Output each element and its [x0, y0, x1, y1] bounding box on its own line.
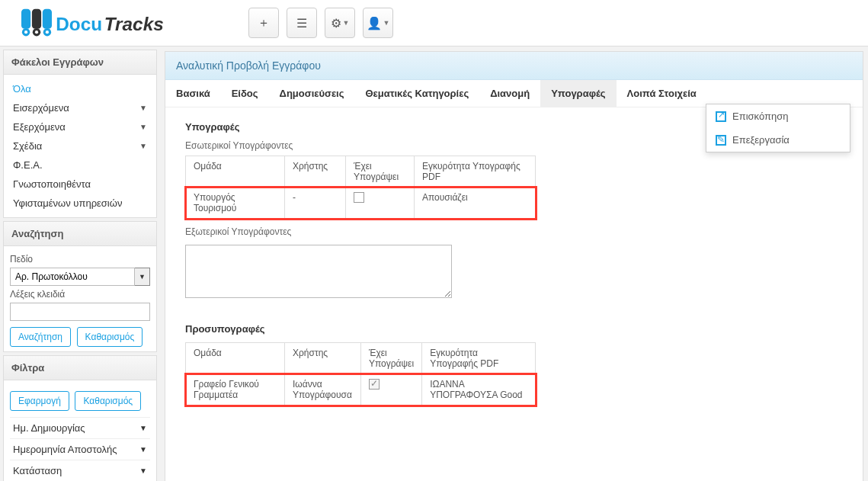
chevron-down-icon: ▼ — [139, 123, 147, 131]
preview-icon — [716, 111, 726, 122]
presignatures-heading: Προσυπογραφές — [185, 323, 843, 335]
edit-label: Επεξεργασία — [732, 134, 790, 146]
tab-content: Υπογραφές Εσωτερικοί Υπογράφοντες Ομάδα … — [165, 107, 863, 419]
preview-action[interactable]: Επισκόπηση — [706, 104, 850, 128]
svg-rect-1 — [32, 9, 41, 29]
chevron-down-icon: ▼ — [343, 19, 350, 27]
col-group: Ομάδα — [186, 156, 285, 188]
cell-validity: Απουσιάζει — [415, 188, 536, 219]
cell-user: - — [285, 188, 346, 219]
sidebar-item-inbox[interactable]: Εισερχόμενα▼ — [10, 98, 150, 117]
keywords-input[interactable] — [10, 303, 150, 321]
cell-user: Ιωάννα Υπογράφουσα — [285, 374, 361, 406]
main-toolbar: ＋ ☰ ⚙▼ 👤▼ — [248, 8, 393, 38]
svg-text:Tracks: Tracks — [104, 14, 164, 34]
gear-icon: ⚙ — [331, 16, 341, 30]
chevron-down-icon: ▼ — [139, 273, 146, 281]
edit-action[interactable]: Επεξεργασία — [706, 128, 850, 152]
keywords-label: Λέξεις κλειδιά — [10, 289, 150, 300]
user-button[interactable]: 👤▼ — [363, 8, 393, 38]
clear-filters-button[interactable]: Καθαρισμός — [75, 391, 141, 411]
cell-signed — [361, 374, 422, 406]
sidebar-item-drafts[interactable]: Σχέδια▼ — [10, 136, 150, 156]
sidebar-item-outbox[interactable]: Εξερχόμενα▼ — [10, 117, 150, 136]
top-bar: Docu Tracks ＋ ☰ ⚙▼ 👤▼ — [0, 0, 868, 46]
sidebar-item-subordinate[interactable]: Υφισταμένων υπηρεσιών — [10, 194, 150, 213]
filters-header: Φίλτρα — [4, 356, 156, 380]
chevron-down-icon: ▼ — [383, 19, 390, 27]
signed-checkbox — [369, 379, 380, 390]
apply-filters-button[interactable]: Εφαρμογή — [10, 391, 69, 411]
document-title: Αναλυτική Προβολή Εγγράφου — [165, 52, 863, 80]
signed-checkbox[interactable] — [354, 192, 364, 203]
col-signed: Έχει Υπογράψει — [346, 156, 415, 188]
filter-row-status[interactable]: Κατάσταση▼ — [10, 460, 150, 481]
cell-signed — [346, 188, 415, 219]
table-header-row: Ομάδα Χρήστης Έχει Υπογράψει Εγκυρότητα … — [186, 156, 536, 188]
col-user: Χρήστης — [285, 156, 346, 188]
field-select[interactable] — [10, 268, 135, 286]
table-row: Γραφείο Γενικού Γραμματέα Ιωάννα Υπογράφ… — [186, 374, 536, 406]
search-panel: Αναζήτηση Πεδίο ▼ Λέξεις κλειδιά Αναζήτη… — [3, 221, 157, 352]
edit-icon — [716, 135, 726, 146]
filters-panel: Φίλτρα Εφαρμογή Καθαρισμός Ημ. Δημιουργί… — [3, 355, 157, 481]
chevron-down-icon: ▼ — [139, 104, 147, 112]
sidebar-item-all[interactable]: Όλα — [10, 79, 150, 98]
document-panel: Αναλυτική Προβολή Εγγράφου Βασικά Είδος … — [165, 51, 863, 481]
cell-group: Υπουργός Τουρισμού — [186, 188, 285, 219]
col-signed: Έχει Υπογράψει — [361, 343, 422, 374]
svg-rect-2 — [43, 9, 52, 29]
folders-header: Φάκελοι Εγγράφων — [4, 50, 156, 75]
cell-group: Γραφείο Γενικού Γραμματέα — [186, 374, 285, 406]
svg-rect-0 — [21, 9, 30, 29]
add-button[interactable]: ＋ — [248, 8, 279, 38]
presignatures-table: Ομάδα Χρήστης Έχει Υπογράψει Εγκυρότητα … — [185, 342, 536, 406]
field-dropdown-button[interactable]: ▼ — [135, 268, 150, 286]
svg-text:Docu: Docu — [56, 14, 102, 34]
chevron-down-icon: ▼ — [139, 445, 147, 454]
chevron-down-icon: ▼ — [139, 142, 147, 150]
tab-distribution[interactable]: Διανομή — [479, 80, 540, 107]
user-icon: 👤 — [367, 16, 382, 30]
chevron-down-icon: ▼ — [139, 467, 147, 475]
list-icon: ☰ — [296, 16, 307, 30]
action-menu: Επισκόπηση Επεξεργασία — [706, 104, 850, 152]
chevron-down-icon: ▼ — [139, 424, 147, 432]
external-signers-textarea[interactable] — [185, 245, 452, 298]
sidebar-item-fea[interactable]: Φ.Ε.Α. — [10, 156, 150, 175]
preview-label: Επισκόπηση — [732, 111, 788, 122]
sidebar-item-notified[interactable]: Γνωστοποιηθέντα — [10, 175, 150, 194]
table-row: Υπουργός Τουρισμού - Απουσιάζει — [186, 188, 536, 219]
col-user: Χρήστης — [285, 343, 361, 374]
field-label: Πεδίο — [10, 254, 150, 265]
table-header-row: Ομάδα Χρήστης Έχει Υπογράψει Εγκυρότητα … — [186, 343, 536, 374]
col-validity: Εγκυρότητα Υπογραφής PDF — [415, 156, 536, 188]
svg-point-8 — [46, 30, 49, 34]
svg-point-6 — [35, 30, 38, 34]
tab-basic[interactable]: Βασικά — [165, 80, 221, 107]
svg-point-4 — [24, 30, 27, 34]
external-signers-heading: Εξωτερικοί Υπογράφοντες — [185, 226, 843, 237]
tab-publications[interactable]: Δημοσιεύσεις — [269, 80, 355, 107]
tab-signatures[interactable]: Υπογραφές — [540, 80, 616, 107]
settings-button[interactable]: ⚙▼ — [325, 8, 355, 38]
tab-other[interactable]: Λοιπά Στοιχεία — [617, 80, 707, 107]
plus-icon: ＋ — [258, 15, 270, 31]
internal-signers-table: Ομάδα Χρήστης Έχει Υπογράψει Εγκυρότητα … — [185, 156, 536, 219]
col-validity: Εγκυρότητα Υπογραφής PDF — [422, 343, 536, 374]
search-header: Αναζήτηση — [4, 222, 156, 246]
main-area: Αναλυτική Προβολή Εγγράφου Βασικά Είδος … — [160, 46, 868, 481]
tab-categories[interactable]: Θεματικές Κατηγορίες — [354, 80, 479, 107]
filter-row-created[interactable]: Ημ. Δημιουργίας▼ — [10, 417, 150, 438]
clear-search-button[interactable]: Καθαρισμός — [77, 327, 143, 347]
search-button[interactable]: Αναζήτηση — [10, 327, 71, 347]
tab-type[interactable]: Είδος — [221, 80, 269, 107]
list-button[interactable]: ☰ — [287, 8, 317, 38]
col-group: Ομάδα — [186, 343, 285, 374]
filter-row-sent[interactable]: Ημερομηνία Αποστολής▼ — [10, 438, 150, 460]
app-logo[interactable]: Docu Tracks — [8, 5, 187, 41]
cell-validity: ΙΩΑΝΝΑ ΥΠΟΓΡΑΦΟΥΣΑ Good — [422, 374, 536, 406]
folders-panel: Φάκελοι Εγγράφων Όλα Εισερχόμενα▼ Εξερχό… — [3, 50, 157, 218]
sidebar: Φάκελοι Εγγράφων Όλα Εισερχόμενα▼ Εξερχό… — [0, 46, 160, 481]
